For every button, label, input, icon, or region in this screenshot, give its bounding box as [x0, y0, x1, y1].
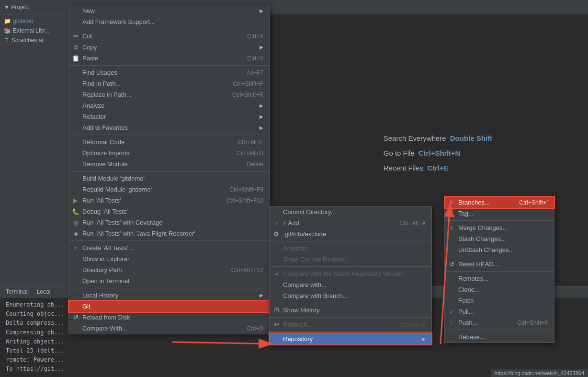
find-usages-shortcut: Alt+F7 [247, 69, 263, 76]
sidebar-gitdemo-label: gitdemo [13, 18, 34, 24]
git-menu-compare-branch[interactable]: Compare with Branch... [270, 290, 431, 301]
library-icon: 📚 [4, 27, 11, 34]
reload-icon: ↺ [72, 314, 79, 321]
git-menu-repository[interactable]: Repository ▶ [270, 333, 431, 344]
menu-item-show-explorer[interactable]: Show in Explorer [69, 253, 269, 264]
repo-menu-stash[interactable]: Stash Changes... [445, 233, 554, 244]
menu-item-create-tests[interactable]: + Create 'All Tests'... [69, 242, 269, 253]
reset-head-icon: ↺ [448, 261, 455, 268]
menu-item-cut[interactable]: ✂ Cut Ctrl+X [69, 31, 269, 42]
pull-icon: ✓ [448, 308, 455, 315]
menu-item-run-tests[interactable]: ▶ Run 'All Tests' Ctrl+Shift+F10 [69, 195, 269, 206]
search-everywhere-shortcut: Double Shift [450, 134, 492, 142]
git-divider-3 [270, 303, 431, 303]
git-menu-add[interactable]: + + Add Ctrl+Alt+A [270, 217, 431, 228]
compare-same-icon: ↔ [272, 270, 280, 277]
repo-menu-branches[interactable]: ⑂ Branches... Ctrl+Shift+` [445, 197, 554, 208]
menu-debug-tests-label: Debug 'All Tests' [82, 208, 128, 215]
menu-reload-disk-label: Reload from Disk [82, 314, 130, 321]
context-menu-repo: ⑂ Branches... Ctrl+Shift+` Tag... ⑃ Merg… [444, 196, 554, 343]
git-menu-commit-dir[interactable]: Commit Directory... [270, 206, 431, 217]
repo-menu-merge-changes[interactable]: ⑃ Merge Changes... [445, 222, 554, 233]
branches-icon: ⑂ [448, 199, 455, 206]
go-to-file-label: Go to File [384, 149, 415, 157]
arrow-icon-refactor: ▶ [260, 114, 263, 119]
menu-item-run-coverage[interactable]: ◎ Run 'All Tests' with Coverage [69, 217, 269, 228]
menu-item-reload-disk[interactable]: ↺ Reload from Disk [69, 312, 269, 323]
sidebar-external-label: External Libr... [13, 27, 50, 34]
search-everywhere-hint: Search Everywhere Double Shift [384, 134, 492, 142]
cut-icon: ✂ [72, 33, 79, 40]
menu-item-local-history[interactable]: Local History ▶ [69, 290, 269, 301]
git-menu-compare-with[interactable]: Compare with... [270, 279, 431, 290]
repo-merge-changes-label: Merge Changes... [458, 224, 508, 231]
compare-with-shortcut: Ctrl+D [247, 325, 263, 332]
sidebar-item-scratches[interactable]: 🗒 Scratches ar [0, 35, 69, 45]
menu-item-new[interactable]: New ▶ [69, 5, 269, 16]
repo-menu-tag[interactable]: Tag... [445, 208, 554, 219]
git-menu-show-history[interactable]: ⏱ Show History [270, 305, 431, 316]
recent-files-hint: Recent Files Ctrl+E [384, 164, 492, 172]
copy-icon: ⧉ [72, 44, 79, 51]
menu-item-add-to-favorites[interactable]: Add to Favorites ▶ [69, 122, 269, 133]
menu-item-rebuild-module[interactable]: Rebuild Module 'gitdemo' Ctrl+Shift+F9 [69, 184, 269, 195]
menu-item-analyze[interactable]: Analyze ▶ [69, 100, 269, 111]
rollback-icon: ↩ [272, 321, 280, 328]
sidebar-item-external[interactable]: 📚 External Libr... [0, 26, 69, 35]
menu-item-run-recorder[interactable]: ◈ Run 'All Tests' with 'Java Flight Reco… [69, 228, 269, 239]
search-hint-area: Search Everywhere Double Shift Go to Fil… [384, 134, 492, 179]
arrow-icon-new: ▶ [260, 8, 263, 13]
menu-item-replace-in-path[interactable]: Replace in Path... Ctrl+Shift+R [69, 89, 269, 100]
git-add-shortcut: Ctrl+Alt+A [399, 220, 426, 227]
paste-icon: 📋 [72, 55, 79, 62]
menu-paste-label: Paste [82, 55, 98, 62]
divider-4 [69, 171, 269, 171]
menu-item-reformat[interactable]: Reformat Code Ctrl+Alt+L [69, 137, 269, 148]
menu-replace-in-path-label: Replace in Path... [82, 91, 132, 98]
menu-item-find-in-path[interactable]: Find in Path... Ctrl+Shift+F [69, 78, 269, 89]
menu-item-paste[interactable]: 📋 Paste Ctrl+V [69, 53, 269, 64]
menu-find-usages-label: Find Usages [82, 69, 117, 76]
git-add-label: + Add [283, 219, 299, 227]
repo-menu-fetch[interactable]: Fetch [445, 295, 554, 306]
menu-analyze-label: Analyze [82, 102, 104, 109]
menu-item-build-module[interactable]: Build Module 'gitdemo' [69, 173, 269, 184]
menu-item-directory-path[interactable]: Directory Path Ctrl+Alt+F12 [69, 264, 269, 275]
menu-item-open-terminal[interactable]: Open in Terminal [69, 275, 269, 286]
menu-item-git[interactable]: Git [69, 301, 269, 312]
repo-menu-clone[interactable]: Clone... [445, 284, 554, 295]
git-menu-rollback: ↩ Rollback... Ctrl+Alt+Z [270, 319, 431, 330]
menu-item-debug-tests[interactable]: 🐛 Debug 'All Tests' [69, 206, 269, 217]
repo-menu-push[interactable]: ↑ Push... Ctrl+Shift+K [445, 317, 554, 328]
debug-icon: 🐛 [72, 208, 79, 215]
arrow-icon-repository: ▶ [422, 336, 426, 342]
cut-shortcut: Ctrl+X [247, 33, 263, 40]
menu-item-copy[interactable]: ⧉ Copy ▶ [69, 42, 269, 53]
context-menu-git: Commit Directory... + + Add Ctrl+Alt+A ⚙… [269, 206, 432, 345]
menu-item-remove-module[interactable]: Remove Module Delete [69, 159, 269, 170]
sidebar-item-gitdemo[interactable]: 📁 gitdemo [0, 16, 69, 26]
divider-6 [69, 288, 269, 288]
menu-copy-label: Copy [82, 44, 97, 51]
menu-item-compare-with[interactable]: Compare With... Ctrl+D [69, 323, 269, 334]
git-rollback-shortcut: Ctrl+Alt+Z [400, 321, 426, 328]
menu-add-to-favorites-label: Add to Favorites [82, 124, 128, 131]
menu-item-find-usages[interactable]: Find Usages Alt+F7 [69, 67, 269, 78]
menu-item-add-framework[interactable]: Add Framework Support... [69, 16, 269, 27]
repo-menu-rebase[interactable]: Rebase... [445, 331, 554, 343]
sidebar: 📁 gitdemo 📚 External Libr... 🗒 Scratches… [0, 14, 69, 287]
repo-divider-4 [445, 330, 554, 330]
git-menu-exclude[interactable]: ⚙ .git/info/exclude [270, 228, 431, 240]
repo-menu-unstash[interactable]: UnStash Changes... [445, 244, 554, 255]
repo-menu-pull[interactable]: ✓ Pull... [445, 306, 554, 317]
repo-menu-reset-head[interactable]: ↺ Reset HEAD... [445, 259, 554, 270]
menu-cut-label: Cut [82, 33, 92, 40]
menu-item-optimize-imports[interactable]: Optimize Imports Ctrl+Alt+O [69, 148, 269, 159]
git-annotate-label: Annotate [283, 245, 308, 252]
menu-item-refactor[interactable]: Refactor ▶ [69, 111, 269, 122]
git-divider-1 [270, 241, 431, 241]
terminal-local-tab[interactable]: Local [37, 288, 51, 295]
git-repository-label: Repository [283, 335, 313, 343]
repo-menu-remotes[interactable]: Remotes... [445, 273, 554, 284]
search-everywhere-label: Search Everywhere [384, 134, 446, 142]
